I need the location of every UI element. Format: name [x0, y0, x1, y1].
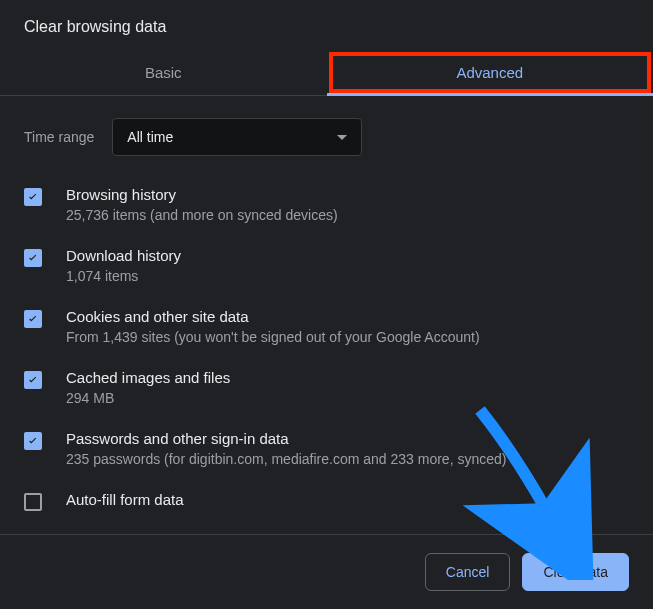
chevron-down-icon [337, 135, 347, 140]
checkbox-browsing-history[interactable] [24, 188, 42, 206]
option-label: Cached images and files [66, 369, 230, 386]
option-desc: 1,074 items [66, 268, 181, 284]
check-icon [26, 434, 40, 448]
option-label: Auto-fill form data [66, 491, 184, 508]
checkbox-download-history[interactable] [24, 249, 42, 267]
option-label: Browsing history [66, 186, 338, 203]
option-cached: Cached images and files 294 MB [24, 357, 629, 418]
tabs: Basic Advanced [0, 50, 653, 96]
checkbox-passwords[interactable] [24, 432, 42, 450]
clear-data-button[interactable]: Clear data [522, 553, 629, 591]
dialog-title: Clear browsing data [0, 0, 653, 50]
dialog-footer: Cancel Clear data [0, 534, 653, 609]
time-range-label: Time range [24, 129, 94, 145]
option-desc: 25,736 items (and more on synced devices… [66, 207, 338, 223]
time-range-value: All time [127, 129, 173, 145]
time-range-row: Time range All time [24, 96, 629, 174]
checkbox-cookies[interactable] [24, 310, 42, 328]
check-icon [26, 190, 40, 204]
time-range-select[interactable]: All time [112, 118, 362, 156]
option-label: Passwords and other sign-in data [66, 430, 506, 447]
option-desc: From 1,439 sites (you won't be signed ou… [66, 329, 480, 345]
option-cookies: Cookies and other site data From 1,439 s… [24, 296, 629, 357]
option-autofill: Auto-fill form data [24, 479, 629, 523]
check-icon [26, 251, 40, 265]
tab-advanced[interactable]: Advanced [327, 50, 654, 95]
checkbox-autofill[interactable] [24, 493, 42, 511]
tab-basic[interactable]: Basic [0, 50, 327, 95]
check-icon [26, 312, 40, 326]
option-desc: 294 MB [66, 390, 230, 406]
option-passwords: Passwords and other sign-in data 235 pas… [24, 418, 629, 479]
option-browsing-history: Browsing history 25,736 items (and more … [24, 174, 629, 235]
option-label: Cookies and other site data [66, 308, 480, 325]
option-desc: 235 passwords (for digitbin.com, mediafi… [66, 451, 506, 467]
check-icon [26, 373, 40, 387]
dialog-body: Time range All time Browsing history 25,… [0, 96, 653, 523]
option-download-history: Download history 1,074 items [24, 235, 629, 296]
cancel-button[interactable]: Cancel [425, 553, 511, 591]
checkbox-cached[interactable] [24, 371, 42, 389]
option-label: Download history [66, 247, 181, 264]
